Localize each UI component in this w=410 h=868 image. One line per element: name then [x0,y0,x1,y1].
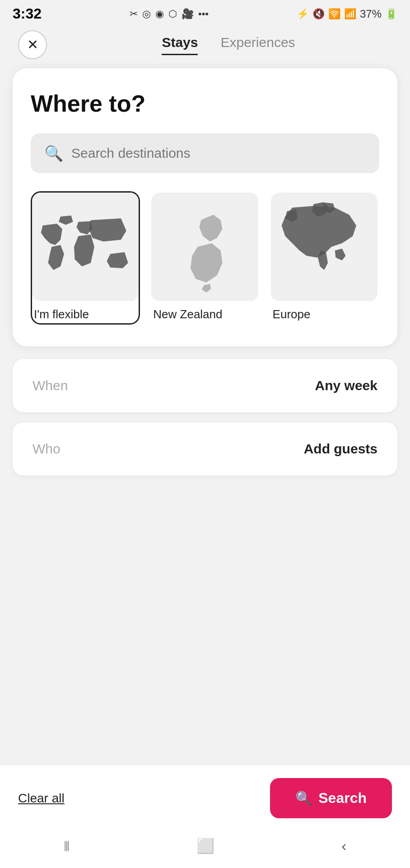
battery-percent: 37% [360,8,382,20]
content-spacer [0,486,410,594]
where-title: Where to? [31,90,379,117]
close-button[interactable]: ✕ [18,30,47,59]
new-zealand-map [151,193,258,301]
close-icon: ✕ [27,38,38,52]
home-icon: ⬜ [196,838,214,854]
more-icon: ••• [198,8,209,20]
who-section[interactable]: Who Add guests [13,422,397,476]
search-icon: 🔍 [44,144,63,162]
status-icons: ✂ ◎ ◉ ⬡ 🎥 ••• [130,8,209,20]
status-right: ⚡ 🔇 🛜 📶 37% 🔋 [297,8,397,20]
wifi-icon: 🛜 [328,8,340,20]
destination-search-input[interactable] [71,146,366,161]
home-nav-button[interactable]: ⬜ [178,833,233,859]
battery-icon: 🔋 [385,8,397,20]
android-nav-bar: ⦀ ⬜ ‹ [0,826,410,868]
search-bar[interactable]: 🔍 [31,133,379,173]
back-nav-button[interactable]: ‹ [324,833,365,859]
status-bar: 3:32 ✂ ◎ ◉ ⬡ 🎥 ••• ⚡ 🔇 🛜 📶 37% 🔋 [0,0,410,26]
cut-icon: ✂ [130,8,138,20]
tab-stays[interactable]: Stays [162,35,198,55]
signal-icon: 📶 [344,8,356,20]
clear-all-button[interactable]: Clear all [18,791,65,806]
europe-label: Europe [271,301,377,323]
menu-icon: ⦀ [64,838,70,854]
bluetooth-icon: ⚡ [297,8,309,20]
search-btn-icon: 🔍 [295,790,312,806]
header: ✕ Stays Experiences [0,26,410,68]
who-value: Add guests [304,441,377,457]
bottom-actions: Clear all 🔍 Search [0,765,410,826]
back-icon: ‹ [342,838,347,854]
region-card-europe[interactable]: Europe [270,191,379,325]
search-button[interactable]: 🔍 Search [270,778,392,818]
mute-icon: 🔇 [312,8,325,20]
where-card: Where to? 🔍 [13,68,397,346]
status-time: 3:32 [13,5,42,22]
flexible-map [32,193,139,301]
new-zealand-label: New Zealand [151,301,258,323]
who-label: Who [33,441,61,457]
navigation-tabs: Stays Experiences [65,35,392,55]
when-section[interactable]: When Any week [13,359,397,412]
europe-map [271,193,377,301]
color-icon: ⬡ [168,8,177,20]
instagram-icon: ◎ [142,8,151,20]
region-card-new-zealand[interactable]: New Zealand [150,191,259,325]
when-label: When [33,378,68,393]
when-value: Any week [315,378,377,393]
region-card-flexible[interactable]: I'm flexible [31,191,140,325]
flexible-label: I'm flexible [32,301,139,323]
bottom-bar: Clear all 🔍 Search ⦀ ⬜ ‹ [0,765,410,868]
instagram2-icon: ◉ [155,8,164,20]
region-cards-container: I'm flexible New Zealand [31,191,379,325]
tab-experiences[interactable]: Experiences [220,35,295,55]
search-btn-label: Search [318,790,367,807]
camera-icon: 🎥 [182,8,194,20]
menu-nav-button[interactable]: ⦀ [46,833,88,859]
